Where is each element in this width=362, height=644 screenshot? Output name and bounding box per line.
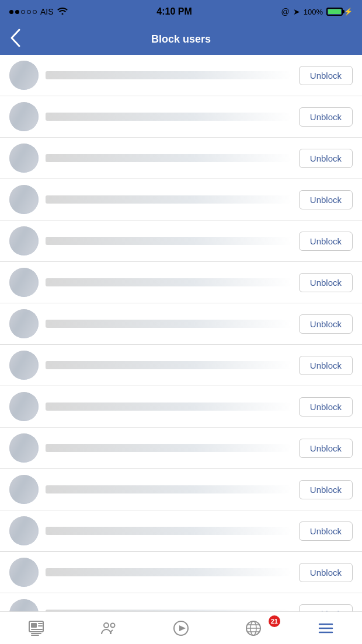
status-bar-time: 4:10 PM [156, 6, 192, 17]
user-avatar-6 [9, 268, 39, 297]
user-row-13: Unblock [0, 552, 362, 593]
user-name-7 [46, 320, 292, 328]
unblock-button-8[interactable]: Unblock [299, 356, 353, 375]
user-row-1: Unblock [0, 55, 362, 96]
wifi-icon [57, 6, 68, 17]
status-bar: AIS 4:10 PM @ ➤ 100% ⚡ [0, 0, 362, 23]
battery-icon [326, 8, 343, 16]
unblock-button-10[interactable]: Unblock [299, 439, 353, 458]
user-avatar-11 [9, 475, 39, 504]
content-area: UnblockUnblockUnblockUnblockUnblockUnblo… [0, 55, 362, 611]
user-name-3 [46, 154, 292, 162]
svg-rect-4 [31, 629, 43, 630]
svg-point-8 [111, 623, 115, 627]
user-name-1 [46, 71, 292, 79]
avatar-image-2 [9, 102, 39, 131]
user-row-9: Unblock [0, 386, 362, 428]
unblock-button-13[interactable]: Unblock [299, 563, 353, 582]
user-avatar-12 [9, 516, 39, 545]
unblock-button-11[interactable]: Unblock [299, 480, 353, 499]
charging-bolt-icon: ⚡ [344, 8, 353, 16]
unblock-button-5[interactable]: Unblock [299, 232, 353, 251]
user-name-10 [46, 444, 292, 452]
svg-point-7 [104, 623, 109, 628]
tab-bar: 21 [0, 611, 362, 644]
unblock-button-4[interactable]: Unblock [299, 190, 353, 209]
tab-video[interactable] [145, 612, 217, 644]
unblock-button-3[interactable]: Unblock [299, 149, 353, 168]
user-list: UnblockUnblockUnblockUnblockUnblockUnblo… [0, 55, 362, 611]
user-name-13 [46, 568, 292, 576]
user-row-12: Unblock [0, 510, 362, 552]
user-row-8: Unblock [0, 345, 362, 386]
user-avatar-8 [9, 351, 39, 380]
svg-rect-2 [38, 623, 43, 624]
user-avatar-7 [9, 309, 39, 338]
page-title: Block users [151, 33, 211, 46]
nav-bar: Block users [0, 23, 362, 55]
user-avatar-3 [9, 144, 39, 173]
tab-newsfeed[interactable] [0, 612, 72, 644]
battery-container: ⚡ [326, 8, 353, 16]
user-name-9 [46, 402, 292, 411]
user-name-5 [46, 237, 292, 245]
unblock-button-12[interactable]: Unblock [299, 522, 353, 541]
svg-rect-1 [31, 623, 37, 628]
user-row-5: Unblock [0, 220, 362, 262]
tab-notifications[interactable]: 21 [217, 612, 290, 644]
unblock-button-7[interactable]: Unblock [299, 314, 353, 334]
video-icon [173, 620, 189, 636]
notification-badge: 21 [269, 615, 280, 627]
user-avatar-1 [9, 61, 39, 90]
user-row-6: Unblock [0, 262, 362, 303]
status-bar-right: @ ➤ 100% ⚡ [281, 7, 353, 16]
user-avatar-4 [9, 185, 39, 214]
menu-icon [318, 620, 334, 636]
user-avatar-2 [9, 102, 39, 131]
user-row-2: Unblock [0, 96, 362, 138]
user-avatar-10 [9, 433, 39, 463]
user-name-12 [46, 527, 292, 535]
carrier-name: AIS [40, 7, 54, 16]
unblock-button-14[interactable]: Unblock [299, 604, 353, 612]
user-name-11 [46, 485, 292, 494]
friends-icon [100, 620, 117, 636]
avatar-image-1 [9, 61, 39, 90]
at-icon: @ [281, 7, 290, 16]
svg-rect-5 [31, 633, 41, 634]
signal-dots [9, 10, 37, 14]
user-avatar-14 [9, 599, 39, 611]
user-row-3: Unblock [0, 138, 362, 179]
unblock-button-9[interactable]: Unblock [299, 397, 353, 416]
avatar-image-3 [9, 144, 39, 173]
user-avatar-13 [9, 558, 39, 587]
user-name-2 [46, 113, 292, 121]
avatar-image-14 [9, 599, 39, 611]
tab-friends[interactable] [72, 612, 145, 644]
location-arrow-icon: ➤ [293, 7, 300, 16]
back-button[interactable] [9, 28, 21, 50]
user-name-8 [46, 361, 292, 369]
avatar-image-4 [9, 185, 39, 214]
avatar-image-7 [9, 309, 39, 338]
avatar-image-11 [9, 475, 39, 504]
unblock-button-6[interactable]: Unblock [299, 273, 353, 292]
user-name-4 [46, 195, 292, 204]
tab-menu[interactable] [290, 612, 362, 644]
status-bar-left: AIS [9, 6, 68, 17]
svg-marker-10 [179, 625, 186, 631]
avatar-image-9 [9, 392, 39, 421]
notifications-globe-icon [245, 620, 262, 636]
user-avatar-9 [9, 392, 39, 421]
unblock-button-1[interactable]: Unblock [299, 66, 353, 85]
avatar-image-5 [9, 226, 39, 256]
unblock-button-2[interactable]: Unblock [299, 107, 353, 127]
user-row-4: Unblock [0, 179, 362, 220]
avatar-image-6 [9, 268, 39, 297]
avatar-image-8 [9, 351, 39, 380]
battery-fill [328, 9, 341, 14]
signal-dot-2 [15, 10, 19, 14]
user-name-6 [46, 278, 292, 286]
user-row-7: Unblock [0, 303, 362, 345]
user-avatar-5 [9, 226, 39, 256]
